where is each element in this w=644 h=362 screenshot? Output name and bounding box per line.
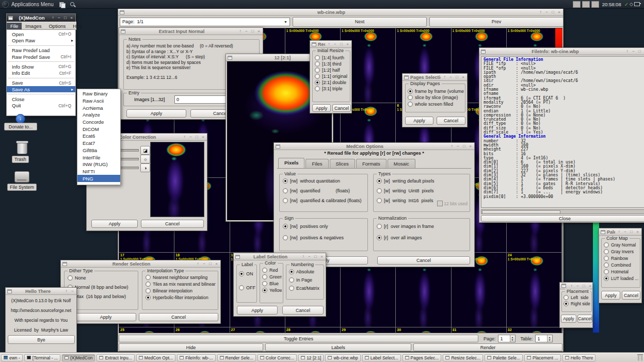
palette-option[interactable]: Combined [604, 262, 639, 268]
next-button[interactable]: Next [293, 17, 427, 27]
apply-button[interactable]: Apply [561, 315, 576, 323]
palette-titlebar[interactable]: Palette Selection [599, 228, 641, 236]
cancel-button[interactable]: Cancel [141, 220, 204, 228]
taskbar-item[interactable]: Resize Selec... [443, 354, 483, 361]
radio-icon[interactable] [146, 288, 151, 293]
brightness-icon-button[interactable]: ☼ [140, 155, 150, 163]
shade-button[interactable] [182, 134, 187, 140]
apply-button[interactable]: Apply [405, 117, 433, 125]
window-icon[interactable] [7, 289, 12, 293]
radio-icon[interactable] [408, 95, 413, 100]
close-button[interactable] [588, 283, 592, 289]
radio-icon[interactable] [408, 89, 413, 94]
maximize-button[interactable] [63, 15, 68, 21]
label-option[interactable]: OFF [239, 285, 255, 290]
window-icon[interactable] [235, 255, 240, 259]
pet-image-tile[interactable]: 28 1 S=00s000 T=0s000 [285, 327, 341, 333]
numbering-option[interactable]: In Page [289, 277, 323, 283]
saveas-item[interactable]: InterFile [77, 154, 120, 161]
maximize-button[interactable] [582, 283, 586, 289]
value-option[interactable]: [rw] quantified (floats) [283, 188, 366, 193]
notification-icon[interactable]: ◇ [630, 2, 633, 7]
types-option[interactable]: [w] writing default pixels [377, 178, 469, 184]
saveas-item[interactable]: Analyze [77, 111, 120, 119]
resize-option[interactable]: [1:4] fourth [315, 55, 349, 60]
pet-image-tile[interactable]: 32 1 S=00s000 T=0s000 [507, 327, 562, 333]
radio-icon[interactable] [283, 188, 288, 193]
donate-button[interactable]: Donate to... [4, 123, 37, 130]
color-option[interactable]: Red [262, 268, 282, 273]
pages-option[interactable]: frame by frame (volume) [408, 89, 464, 94]
apply-button[interactable]: Apply [312, 104, 331, 112]
sign-option[interactable]: [rw] positives & negatives [283, 235, 366, 240]
menu-item[interactable]: Open Ctrl+O [7, 31, 75, 37]
menubar-item[interactable]: Images [22, 23, 45, 29]
prev-button[interactable]: Prev [429, 17, 564, 27]
normalization-option[interactable]: [r] over images in frame [377, 224, 469, 229]
taskbar-item[interactable]: [Terminal - ... [24, 354, 60, 361]
palette-option[interactable]: Rainbow [604, 256, 639, 261]
tab[interactable]: Pixels [278, 158, 304, 168]
minimize-button[interactable] [575, 283, 580, 289]
apply-button[interactable]: Apply [126, 109, 186, 118]
pet-image-tile[interactable]: 26 1 S=00s000 T=0s000 [174, 327, 230, 333]
maximize-button[interactable] [313, 254, 318, 259]
minimize-button[interactable] [307, 254, 312, 259]
radio-icon[interactable] [146, 282, 151, 287]
sign-option[interactable]: [rw] positives only [283, 224, 366, 229]
taskbar-item[interactable]: Placement ... [524, 354, 561, 361]
minimize-button[interactable] [188, 134, 193, 140]
label-selection-titlebar[interactable]: Label Selection [234, 253, 326, 260]
palette-option[interactable]: Gray Normal [604, 242, 639, 248]
close-button[interactable] [635, 229, 640, 235]
menu-item[interactable]: Info Show Ctrl+G [7, 63, 75, 70]
window-icon[interactable] [601, 230, 605, 234]
tab[interactable]: Formats [356, 159, 387, 168]
radio-icon[interactable] [564, 301, 569, 306]
radio-icon[interactable] [146, 275, 151, 280]
menu-item[interactable]: Open Raw [7, 37, 75, 43]
menu-item[interactable]: Info Edit Ctrl+F [7, 70, 75, 76]
interpolation-option[interactable]: Hyperbolic-filter interpolation [146, 295, 217, 300]
toggle-entries-button[interactable]: Toggle Entries [119, 335, 478, 342]
maximize-button[interactable] [195, 134, 199, 140]
dither-option[interactable]: Normal (8 bpp and below) [68, 285, 137, 290]
saveas-item[interactable]: DICOM [77, 125, 120, 133]
saveas-item[interactable]: Ecat7 [77, 140, 120, 147]
window-icon[interactable] [481, 50, 486, 54]
window-icon[interactable] [8, 16, 13, 20]
dither-option[interactable]: Max (16 bpp and below) [68, 294, 137, 299]
close-button[interactable] [345, 41, 350, 47]
taskbar-item[interactable]: wb-cine.wbp [325, 354, 360, 361]
placement-option[interactable]: Right side [564, 301, 591, 306]
window-icon[interactable] [120, 10, 124, 14]
menu-item[interactable] [8, 78, 74, 78]
pet-image-tile[interactable]: 24 1 S=00s000 T=0s000 [507, 253, 562, 327]
maximize-button[interactable] [462, 143, 466, 149]
window-icon[interactable] [276, 144, 280, 149]
taskbar-item[interactable]: Extract Inpu... [96, 354, 134, 361]
minimize-button[interactable] [244, 28, 249, 34]
taskbar-item[interactable]: FileInfo: wb-... [177, 354, 215, 361]
menu-item[interactable] [8, 61, 74, 62]
menubar-item[interactable]: File [7, 23, 22, 29]
numbering-option[interactable]: Ecat/Matrix [289, 286, 323, 291]
radio-icon[interactable] [315, 68, 320, 73]
render-button[interactable]: Render [413, 343, 562, 351]
radio-icon[interactable] [262, 268, 267, 273]
maximize-button[interactable] [637, 48, 642, 54]
palette-option[interactable]: LUT loaded ... [604, 276, 639, 281]
radio-icon[interactable] [68, 275, 73, 281]
pages-option[interactable]: whole screen filled [408, 102, 464, 107]
apply-button[interactable]: Apply [91, 220, 138, 228]
value-option[interactable]: [rw] without quantitation [283, 178, 366, 184]
window-icon[interactable] [121, 29, 125, 34]
palette-option[interactable]: Gray Invers [604, 249, 639, 254]
taskbar-item[interactable]: ewn - [1, 354, 23, 361]
types-option[interactable]: [w] writing Uint8 pixels [377, 188, 469, 193]
cancel-button[interactable]: Cancel [139, 313, 218, 321]
file-system-icon[interactable] [14, 171, 29, 183]
radio-icon[interactable] [289, 269, 294, 274]
pet-image-tile[interactable]: 30 1 S=00s000 T=0s000 [396, 327, 451, 333]
shade-button[interactable] [569, 283, 574, 289]
